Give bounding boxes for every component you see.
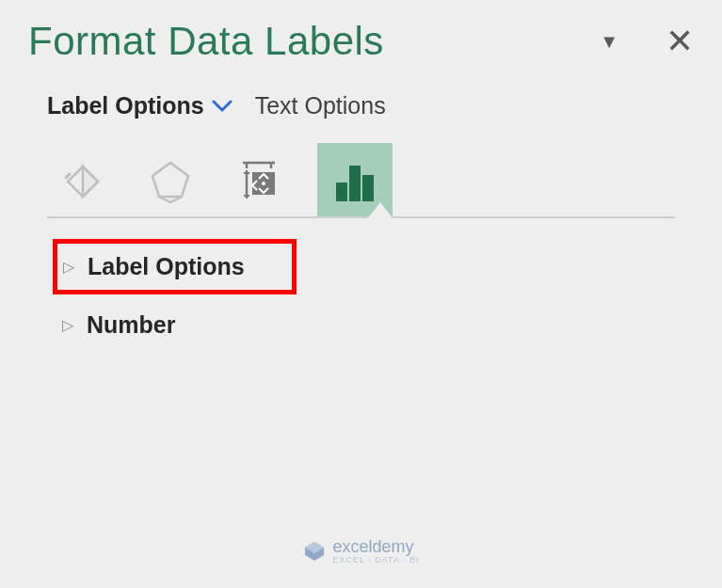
pentagon-icon [145,155,196,206]
paint-bucket-icon [56,155,107,206]
bar-chart-icon [329,154,381,207]
tab-label-options[interactable]: Label Options [47,92,233,119]
watermark-text: exceldemy EXCEL · DATA · BI [333,537,420,564]
watermark: exceldemy EXCEL · DATA · BI [303,537,420,564]
pane-options-dropdown[interactable]: ▼ [600,31,618,53]
tab-label: Text Options [255,92,386,119]
divider-wrap [28,216,694,218]
sections: ▷ Label Options ▷ Number [55,239,694,350]
size-properties-icon [233,155,284,206]
pane-title: Format Data Labels [28,19,384,64]
watermark-logo-icon [303,540,326,563]
close-button[interactable]: ✕ [666,24,694,58]
size-properties-tab[interactable] [229,151,289,211]
section-number[interactable]: ▷ Number [55,300,183,350]
divider [47,216,675,218]
svg-point-7 [262,182,265,185]
tab-text-options[interactable]: Text Options [255,92,386,119]
format-data-labels-pane: Format Data Labels ▼ ✕ Label Options Tex… [0,0,722,369]
main-tabs: Label Options Text Options [47,92,694,119]
fill-and-line-tab[interactable] [52,151,112,211]
section-label-options[interactable]: ▷ Label Options [53,239,297,294]
expand-triangle-icon: ▷ [62,318,73,333]
effects-tab[interactable] [140,151,201,211]
watermark-name: exceldemy [333,537,414,556]
svg-rect-8 [336,183,347,201]
tab-pointer [367,202,393,219]
expand-triangle-icon: ▷ [63,260,74,275]
tab-label: Label Options [47,92,204,119]
header-controls: ▼ ✕ [600,24,694,58]
pane-header: Format Data Labels ▼ ✕ [28,19,694,64]
section-label: Label Options [88,253,245,280]
section-label: Number [87,311,175,339]
svg-rect-9 [349,166,361,201]
chevron-down-icon [212,94,233,119]
svg-rect-10 [362,175,374,201]
watermark-sub: EXCEL · DATA · BI [333,555,420,564]
